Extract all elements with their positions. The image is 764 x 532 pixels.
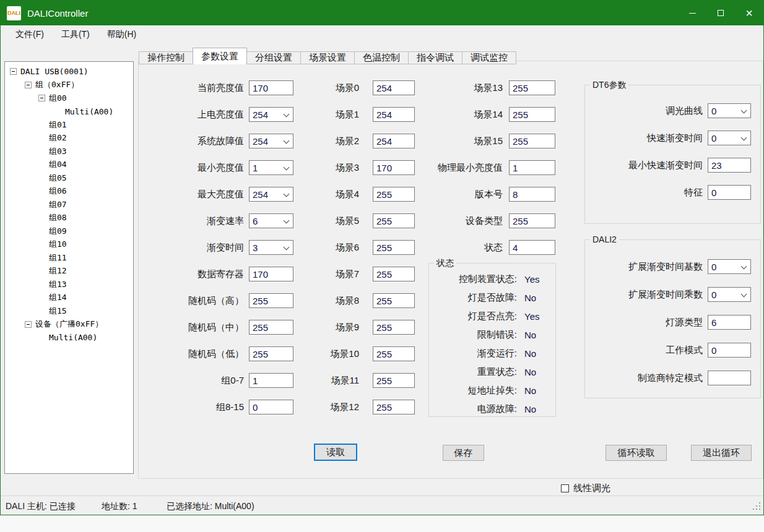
param-input[interactable]: 254 [249, 187, 293, 202]
tree-collapse-icon[interactable] [10, 68, 17, 75]
tab-command-debug[interactable]: 指令调试 [408, 51, 462, 64]
param-row: 最大亮度值 254 [144, 187, 293, 202]
param-label: 场景13 [422, 82, 503, 94]
param-row: 随机码（高） 255 [144, 293, 293, 308]
status-label: 重置状态: [429, 366, 517, 378]
param-input[interactable]: 255 [249, 293, 293, 308]
tree-node[interactable]: 组02 [6, 132, 132, 145]
menu-tools[interactable]: 工具(T) [53, 27, 98, 43]
linear-dimming-checkbox[interactable] [561, 484, 569, 492]
tab-scene-settings[interactable]: 场景设置 [300, 51, 355, 64]
param-value: 0 [253, 402, 258, 413]
param-row: 状态 4 [422, 240, 555, 255]
param-input[interactable]: 255 [249, 320, 293, 335]
app-window: DALI DALIController × 文件(F) 工具(T) 帮助(H) … [0, 0, 764, 515]
param-input[interactable]: 1 [249, 373, 293, 388]
scene-input[interactable]: 254 [373, 80, 415, 95]
scene-input[interactable]: 255 [373, 293, 415, 308]
scene-input[interactable]: 254 [373, 134, 415, 148]
param-input[interactable]: 255 [249, 346, 293, 361]
tree-node[interactable]: 组00 [6, 92, 132, 105]
tree-node[interactable]: 组04 [6, 158, 132, 172]
param-input[interactable]: 6 [249, 213, 293, 228]
scene-input[interactable]: 255 [373, 320, 415, 335]
tree-node[interactable]: DALI USB(0001) [6, 65, 132, 79]
close-button[interactable]: × [735, 1, 763, 25]
param-value: 4 [513, 242, 518, 253]
tree-node[interactable]: 组08 [6, 212, 132, 225]
read-button[interactable]: 读取 [314, 444, 357, 461]
param-input[interactable]: 170 [249, 267, 293, 281]
param-input[interactable]: 254 [249, 107, 293, 122]
param-input[interactable]: 6 [708, 315, 751, 330]
param-input[interactable]: 0 [708, 185, 751, 200]
tree-node[interactable]: 组14 [6, 291, 132, 305]
param-input[interactable]: 3 [249, 240, 293, 255]
tree-node[interactable]: Multi(A00) [6, 105, 132, 119]
maximize-button[interactable] [706, 1, 735, 25]
tree-node[interactable]: 组13 [6, 278, 132, 291]
scene-input[interactable]: 170 [373, 160, 415, 175]
tree-node[interactable]: 组06 [6, 185, 132, 199]
scene-input[interactable]: 255 [373, 187, 415, 202]
scene-value: 254 [376, 136, 392, 147]
tree-node[interactable]: 组11 [6, 251, 132, 265]
param-input[interactable]: 0 [708, 259, 751, 274]
param-label: 当前亮度值 [144, 82, 244, 94]
param-input[interactable] [708, 371, 751, 385]
tree-node[interactable]: Multi(A00) [6, 331, 132, 345]
param-input[interactable]: 0 [708, 287, 751, 302]
param-input[interactable]: 0 [249, 400, 293, 414]
tree-node[interactable]: 组03 [6, 145, 132, 158]
tab-grouping-settings[interactable]: 分组设置 [246, 51, 301, 64]
loop-read-button[interactable]: 循环读取 [606, 445, 667, 461]
param-input[interactable]: 255 [509, 107, 555, 122]
tree-collapse-icon[interactable] [25, 321, 32, 328]
scene-input[interactable]: 255 [373, 346, 415, 361]
param-input[interactable]: 0 [708, 343, 751, 358]
tab-parameter-settings[interactable]: 参数设置 [193, 48, 247, 64]
param-input[interactable]: 4 [509, 240, 555, 255]
tree-node[interactable]: 设备（广播0xFF） [6, 318, 132, 332]
exit-loop-button[interactable]: 退出循环 [691, 445, 752, 461]
tab-debug-monitor[interactable]: 调试监控 [462, 51, 516, 64]
parameter-column-3: 场景13 255 场景14 255 场景15 [422, 80, 555, 267]
scene-input[interactable]: 255 [373, 240, 415, 255]
tree-node[interactable]: 组09 [6, 225, 132, 238]
param-input[interactable]: 23 [708, 158, 751, 173]
scene-input[interactable]: 255 [373, 373, 415, 388]
param-label: 最小亮度值 [144, 162, 244, 174]
scene-input[interactable]: 255 [373, 267, 415, 281]
scene-label: 场景6 [310, 242, 359, 254]
menu-file[interactable]: 文件(F) [7, 27, 53, 43]
param-input[interactable]: 1 [249, 160, 293, 175]
tree-node[interactable]: 组15 [6, 304, 132, 318]
param-input[interactable]: 0 [708, 103, 751, 118]
tree-collapse-icon[interactable] [38, 95, 45, 101]
scene-input[interactable]: 255 [373, 400, 415, 414]
param-input[interactable]: 255 [509, 80, 555, 95]
menu-help[interactable]: 帮助(H) [98, 27, 145, 43]
tree-node[interactable]: 组05 [6, 171, 132, 185]
tree-node[interactable]: 组12 [6, 265, 132, 278]
tab-color-temp-control[interactable]: 色温控制 [354, 51, 409, 64]
save-button[interactable]: 保存 [443, 445, 484, 461]
param-input[interactable]: 8 [509, 187, 555, 202]
tab-operation-control[interactable]: 操作控制 [139, 51, 193, 64]
param-input[interactable]: 0 [708, 131, 751, 145]
window-title: DALIController [27, 8, 88, 19]
tree-node[interactable]: 组10 [6, 238, 132, 252]
param-input[interactable]: 255 [509, 134, 555, 148]
param-input[interactable]: 254 [249, 134, 293, 148]
tree-node[interactable]: 组（0xFF） [6, 79, 132, 92]
resize-grip[interactable] [753, 502, 760, 510]
tree-node[interactable]: 组01 [6, 118, 132, 132]
scene-input[interactable]: 255 [373, 213, 415, 228]
scene-input[interactable]: 254 [373, 107, 415, 122]
param-input[interactable]: 255 [509, 213, 555, 228]
param-input[interactable]: 170 [249, 80, 293, 95]
minimize-button[interactable] [678, 1, 706, 25]
tree-node[interactable]: 组07 [6, 198, 132, 212]
param-input[interactable]: 1 [509, 160, 555, 175]
tree-collapse-icon[interactable] [25, 82, 32, 88]
